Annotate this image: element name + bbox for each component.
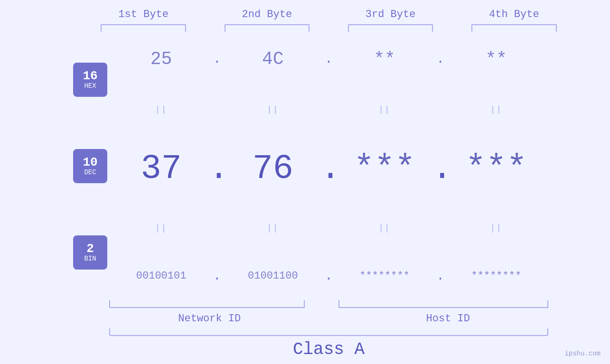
hex-dot-1: . (208, 52, 225, 66)
byte-label-1: 1st Byte (118, 9, 169, 20)
bin-sep-3: . (432, 269, 449, 283)
dec-sep-2: . (320, 149, 338, 188)
bin-cell-1: 00100101 (114, 270, 208, 282)
bin-value-1: 00100101 (136, 270, 187, 282)
eq2-cell-2: || (225, 224, 320, 233)
byte-col-2: 2nd Byte (214, 9, 320, 32)
bin-sep-1: . (208, 269, 225, 283)
bin-number: 2 (86, 243, 94, 255)
eq2-cell-3: || (338, 224, 432, 233)
dec-dot-2: . (320, 149, 338, 188)
bin-cell-4: ******** (449, 270, 544, 282)
hex-row: 25 . 4C . ** . ** (114, 49, 544, 69)
dec-cell-2: 76 (225, 149, 320, 188)
eq2-sign-2: || (267, 224, 279, 233)
eq2-cell-4: || (449, 224, 544, 233)
hex-cell-1: 25 (114, 49, 208, 69)
eq1-cell-2: || (225, 105, 320, 114)
id-labels-row: Network ID Host ID (90, 313, 567, 325)
eq1-sign-2: || (267, 105, 279, 114)
bin-cell-2: 01001100 (225, 270, 320, 282)
eq1-sign-3: || (378, 105, 391, 114)
hex-name: HEX (84, 82, 96, 90)
bracket-top-4 (471, 24, 556, 32)
eq1-sign-1: || (155, 105, 168, 114)
bracket-line-host (338, 300, 548, 308)
dec-sep-3: . (432, 149, 449, 188)
bracket-top-3 (348, 24, 433, 32)
hex-value-3: ** (374, 49, 395, 69)
byte-label-4: 4th Byte (489, 9, 539, 20)
main-container: 1st Byte 2nd Byte 3rd Byte 4th Byte 16 H… (0, 0, 610, 364)
eq1-cell-4: || (449, 105, 544, 114)
hex-sep-2: . (320, 52, 338, 66)
hex-dot-2: . (320, 52, 338, 66)
values-area: 25 . 4C . ** . ** (114, 32, 544, 300)
bottom-area: Network ID Host ID Class A (90, 300, 567, 364)
sep-spacer-3 (444, 9, 461, 32)
hex-sep-1: . (208, 52, 225, 66)
brackets-row (90, 300, 567, 308)
byte-label-3: 3rd Byte (366, 9, 416, 20)
dec-name: DEC (84, 168, 96, 176)
hex-dot-3: . (432, 52, 449, 66)
dec-cell-1: 37 (114, 149, 208, 188)
eq2-sign-1: || (155, 224, 168, 233)
host-id-label: Host ID (329, 313, 568, 325)
dec-value-4: *** (466, 149, 527, 188)
eq2-cell-1: || (114, 224, 208, 233)
bin-value-3: ******** (359, 270, 410, 282)
bracket-bottom-host (329, 300, 568, 308)
header-row: 1st Byte 2nd Byte 3rd Byte 4th Byte (90, 9, 567, 32)
byte-col-4: 4th Byte (461, 9, 567, 32)
bin-dot-3: . (432, 269, 449, 283)
bin-dot-2: . (320, 269, 338, 283)
bin-cell-3: ******** (338, 270, 432, 282)
sep-spacer-1 (197, 9, 214, 32)
hex-cell-4: ** (449, 49, 544, 69)
eq1-cell-1: || (114, 105, 208, 114)
dec-value-1: 37 (141, 149, 181, 188)
hex-number: 16 (83, 70, 97, 82)
bracket-top-1 (101, 24, 186, 32)
bin-row: 00100101 . 01001100 . ******** . (114, 269, 544, 283)
hex-value-2: 4C (262, 49, 284, 69)
dec-value-3: *** (354, 149, 415, 188)
hex-value-1: 25 (150, 49, 172, 69)
dec-dot-1: . (208, 149, 225, 188)
eq1-cell-3: || (338, 105, 432, 114)
hex-sep-3: . (432, 52, 449, 66)
long-bracket (109, 328, 548, 336)
long-bracket-row (90, 328, 567, 336)
network-id-label: Network ID (90, 313, 329, 325)
dec-cell-4: *** (449, 149, 544, 188)
bracket-line-network (109, 300, 305, 308)
bin-name: BIN (84, 255, 96, 262)
bin-badge: 2 BIN (73, 235, 107, 270)
eq2-sign-4: || (490, 224, 503, 233)
dec-sep-1: . (208, 149, 225, 188)
hex-badge: 16 HEX (73, 63, 107, 97)
bin-value-2: 01001100 (248, 270, 298, 282)
hex-cell-3: ** (338, 49, 432, 69)
hex-cell-2: 4C (225, 49, 320, 69)
equals-row-1: || || || || (114, 104, 544, 115)
bracket-top-2 (225, 24, 310, 32)
bin-value-4: ******** (471, 270, 522, 282)
byte-col-1: 1st Byte (90, 9, 197, 32)
dec-badge: 10 DEC (73, 149, 107, 183)
dec-row: 37 . 76 . *** . *** (114, 149, 544, 188)
eq2-sign-3: || (378, 224, 391, 233)
byte-col-3: 3rd Byte (338, 9, 444, 32)
content-area: 16 HEX 10 DEC 2 BIN 25 . (66, 32, 544, 300)
bin-sep-2: . (320, 269, 338, 283)
dec-number: 10 (83, 156, 97, 168)
dec-value-2: 76 (253, 149, 293, 188)
attribution: ipshu.com (564, 350, 601, 357)
equals-row-2: || || || || (114, 223, 544, 234)
bracket-bottom-network (90, 300, 329, 308)
sep-spacer-2 (320, 9, 338, 32)
bin-dot-1: . (208, 269, 225, 283)
dec-cell-3: *** (338, 149, 432, 188)
byte-label-2: 2nd Byte (242, 9, 292, 20)
